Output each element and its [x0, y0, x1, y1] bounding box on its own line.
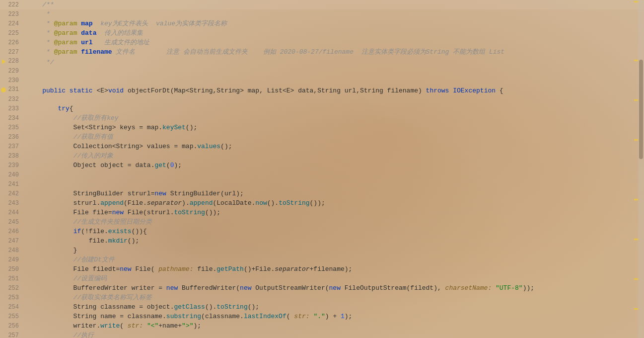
code-line: 233 try{ — [0, 104, 644, 113]
token: str: — [294, 313, 309, 320]
code-line: 239 Object object = data.get(0); — [0, 161, 644, 170]
line-num-text: 253 — [8, 293, 19, 303]
token: @param — [54, 39, 77, 46]
token: * — [46, 48, 54, 56]
line-num-text: 231 — [8, 85, 19, 94]
token: url — [81, 39, 92, 46]
token: new — [154, 190, 166, 197]
line-num-text: 254 — [8, 303, 19, 312]
line-content — [25, 94, 644, 104]
line-num-text: 250 — [8, 265, 19, 274]
token: values — [197, 143, 220, 150]
token: ( — [120, 322, 128, 330]
token: StringBuilder strurl= — [27, 190, 154, 197]
token: void — [108, 87, 124, 94]
code-line: 247 file.mkdir(); — [0, 236, 644, 246]
token: append — [100, 199, 124, 207]
line-content: public static <E>void objectForDt(Map<St… — [25, 86, 644, 95]
code-line: 223 * — [0, 9, 644, 19]
line-number: 238 — [0, 152, 25, 161]
token: str: — [128, 322, 143, 330]
scrollbar-thumb[interactable] — [639, 60, 643, 159]
right-marks-container — [634, 0, 638, 338]
token: * — [46, 10, 50, 18]
line-num-text: 238 — [8, 152, 19, 161]
token: "." — [313, 313, 325, 320]
right-mark — [634, 1, 638, 2]
code-line: 227 * @param filename 文件名 注意 会自动当前生成文件夹 … — [0, 47, 644, 57]
line-num-text: 251 — [8, 274, 19, 284]
line-num-text: 243 — [8, 199, 19, 208]
token: 传入的结果集 — [96, 29, 143, 37]
line-content: strurl.append(File.separator).append(Loc… — [25, 198, 644, 208]
token — [27, 294, 73, 301]
code-line: 240 — [0, 170, 644, 179]
line-content: //获取所有key — [25, 113, 644, 123]
line-num-text: 229 — [8, 67, 19, 76]
token — [27, 87, 42, 94]
token: IOException — [453, 87, 496, 94]
line-number: 229 — [0, 67, 25, 76]
token: <E> — [93, 87, 108, 94]
line-number: 231 — [0, 85, 25, 94]
line-num-text: 242 — [8, 189, 19, 199]
token: (); — [248, 303, 259, 311]
line-num-text: 236 — [8, 133, 19, 142]
token: )); — [523, 284, 534, 292]
line-content: writer.write( str: "<"+name+">"); — [25, 321, 644, 331]
token: File filedt= — [27, 265, 120, 273]
line-content: Object object = data.get(0); — [25, 161, 644, 170]
token: String classname = object. — [27, 303, 174, 311]
token: ( — [166, 162, 170, 169]
line-number: 247 — [0, 237, 25, 246]
warning-icon — [1, 87, 6, 92]
token: ">" — [182, 322, 193, 330]
token: charsetName: — [445, 284, 492, 292]
bookmark-icon — [2, 59, 6, 64]
line-content: String classname = object.getClass().toS… — [25, 302, 644, 312]
code-line: 242 StringBuilder strurl=new StringBuild… — [0, 189, 644, 198]
line-number: 244 — [0, 208, 25, 218]
line-num-text: 225 — [8, 29, 19, 38]
line-content — [25, 170, 644, 179]
token: keySet — [162, 124, 186, 131]
code-line: 232 — [0, 94, 644, 104]
line-number: 241 — [0, 180, 25, 189]
code-line: 235 Set<String> keys = map.keySet(); — [0, 123, 644, 132]
line-content: BufferedWriter writer = new BufferedWrit… — [25, 283, 644, 293]
token — [27, 29, 46, 37]
code-line: 251 //设置编码 — [0, 274, 644, 283]
line-num-text: 222 — [8, 0, 19, 10]
code-line: 225 * @param data 传入的结果集 — [0, 28, 644, 38]
token: writer. — [27, 322, 100, 330]
code-line: 228 */ — [0, 57, 644, 66]
line-content: //获取所有值 — [25, 132, 644, 142]
line-content: String name = classname.substring(classn… — [25, 312, 644, 321]
right-mark — [634, 60, 638, 61]
scrollbar-right[interactable] — [638, 0, 644, 338]
token: 注意实体类字段必须为String 不能为数组 List — [354, 48, 504, 56]
token: StringBuilder(url); — [166, 190, 244, 197]
token: { — [70, 105, 73, 112]
token: data — [81, 29, 96, 37]
token: (LocalDate. — [213, 199, 256, 207]
token: "UTF-8" — [496, 284, 523, 292]
token — [66, 87, 70, 94]
token: "<" — [147, 322, 158, 330]
token — [27, 275, 73, 282]
line-content: //执行 — [25, 331, 644, 338]
line-content: * @param filename 文件名 注意 会自动当前生成文件夹 例如 2… — [25, 47, 644, 57]
code-line: 234 //获取所有key — [0, 113, 644, 123]
token: now — [255, 199, 267, 207]
token: String name = classname. — [27, 313, 166, 320]
token: Object object = data. — [27, 162, 154, 169]
line-num-text: 232 — [8, 95, 19, 104]
line-content: //生成文件夹按照日期分类 — [25, 217, 644, 227]
code-area[interactable]: 222 /**223 *224 * @param map key为E文件表头 v… — [0, 0, 644, 338]
line-num-text: 228 — [8, 57, 19, 66]
token: ()); — [205, 209, 220, 216]
right-mark — [634, 199, 638, 200]
line-number: 232 — [0, 95, 25, 104]
line-content: /** — [25, 0, 644, 9]
line-number: 249 — [0, 255, 25, 265]
